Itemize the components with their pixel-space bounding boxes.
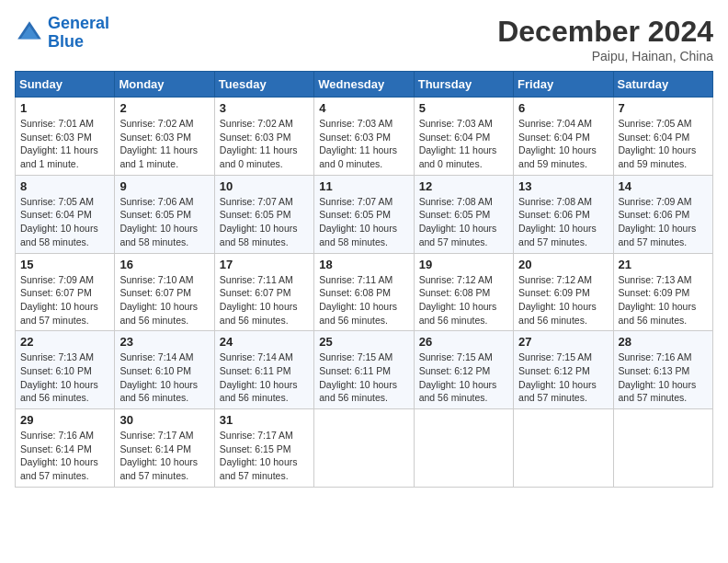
day-info: Sunrise: 7:07 AM Sunset: 6:05 PM Dayligh… [319, 195, 408, 249]
day-number: 16 [119, 258, 209, 271]
day-info: Sunrise: 7:12 AM Sunset: 6:08 PM Dayligh… [419, 273, 508, 327]
day-info: Sunrise: 7:10 AM Sunset: 6:07 PM Dayligh… [119, 273, 209, 327]
calendar-cell-day-25: 25 Sunrise: 7:15 AM Sunset: 6:11 PM Dayl… [314, 331, 414, 409]
calendar-cell-day-28: 28 Sunrise: 7:16 AM Sunset: 6:13 PM Dayl… [613, 331, 712, 409]
calendar-cell-day-31: 31 Sunrise: 7:17 AM Sunset: 6:15 PM Dayl… [214, 409, 313, 488]
day-info: Sunrise: 7:16 AM Sunset: 6:13 PM Dayligh… [619, 350, 708, 405]
day-info: Sunrise: 7:15 AM Sunset: 6:11 PM Dayligh… [319, 350, 408, 405]
day-number: 3 [220, 101, 309, 115]
day-number: 28 [619, 335, 708, 349]
day-info: Sunrise: 7:02 AM Sunset: 6:03 PM Dayligh… [119, 117, 209, 171]
calendar-cell-empty [414, 409, 513, 488]
day-info: Sunrise: 7:08 AM Sunset: 6:06 PM Dayligh… [518, 195, 608, 249]
location: Paipu, Hainan, China [497, 49, 713, 63]
day-number: 9 [119, 179, 209, 193]
day-info: Sunrise: 7:12 AM Sunset: 6:09 PM Dayligh… [518, 273, 608, 327]
calendar-cell-day-20: 20 Sunrise: 7:12 AM Sunset: 6:09 PM Dayl… [514, 253, 613, 331]
calendar-header-row: Sunday Monday Tuesday Wednesday Thursday… [16, 72, 713, 98]
calendar-cell-day-9: 9 Sunrise: 7:06 AM Sunset: 6:05 PM Dayli… [115, 175, 214, 253]
day-number: 4 [319, 101, 408, 115]
calendar-cell-day-8: 8 Sunrise: 7:05 AM Sunset: 6:04 PM Dayli… [16, 175, 115, 253]
day-info: Sunrise: 7:14 AM Sunset: 6:11 PM Dayligh… [220, 350, 309, 405]
calendar-table: Sunday Monday Tuesday Wednesday Thursday… [15, 71, 713, 488]
calendar-cell-empty [314, 409, 414, 488]
day-info: Sunrise: 7:13 AM Sunset: 6:09 PM Dayligh… [619, 273, 708, 327]
day-number: 22 [20, 335, 109, 349]
calendar-row-2: 8 Sunrise: 7:05 AM Sunset: 6:04 PM Dayli… [16, 175, 713, 253]
day-info: Sunrise: 7:11 AM Sunset: 6:07 PM Dayligh… [220, 273, 309, 327]
day-info: Sunrise: 7:06 AM Sunset: 6:05 PM Dayligh… [119, 195, 209, 249]
calendar-cell-day-11: 11 Sunrise: 7:07 AM Sunset: 6:05 PM Dayl… [314, 175, 414, 253]
calendar-cell-day-26: 26 Sunrise: 7:15 AM Sunset: 6:12 PM Dayl… [414, 331, 513, 409]
title-block: December 2024 Paipu, Hainan, China [497, 15, 713, 63]
calendar-row-3: 15 Sunrise: 7:09 AM Sunset: 6:07 PM Dayl… [16, 253, 713, 331]
day-info: Sunrise: 7:09 AM Sunset: 6:06 PM Dayligh… [619, 195, 708, 249]
day-number: 31 [220, 413, 309, 427]
day-number: 7 [619, 101, 708, 115]
calendar-cell-day-5: 5 Sunrise: 7:03 AM Sunset: 6:04 PM Dayli… [414, 98, 513, 176]
day-number: 17 [220, 258, 309, 271]
calendar-cell-day-3: 3 Sunrise: 7:02 AM Sunset: 6:03 PM Dayli… [214, 98, 313, 176]
day-number: 30 [119, 413, 209, 427]
day-number: 15 [20, 258, 109, 271]
calendar-cell-day-10: 10 Sunrise: 7:07 AM Sunset: 6:05 PM Dayl… [214, 175, 313, 253]
calendar-row-5: 29 Sunrise: 7:16 AM Sunset: 6:14 PM Dayl… [16, 409, 713, 488]
day-info: Sunrise: 7:08 AM Sunset: 6:05 PM Dayligh… [419, 195, 508, 249]
day-number: 13 [518, 179, 608, 193]
logo-line1: General [48, 14, 109, 32]
day-number: 23 [119, 335, 209, 349]
calendar-cell-day-1: 1 Sunrise: 7:01 AM Sunset: 6:03 PM Dayli… [16, 98, 115, 176]
day-number: 8 [20, 179, 109, 193]
day-info: Sunrise: 7:05 AM Sunset: 6:04 PM Dayligh… [20, 195, 109, 249]
calendar-cell-day-30: 30 Sunrise: 7:17 AM Sunset: 6:14 PM Dayl… [115, 409, 214, 488]
day-info: Sunrise: 7:04 AM Sunset: 6:04 PM Dayligh… [518, 117, 608, 171]
day-number: 10 [220, 179, 309, 193]
calendar-cell-day-4: 4 Sunrise: 7:03 AM Sunset: 6:03 PM Dayli… [314, 98, 414, 176]
day-info: Sunrise: 7:13 AM Sunset: 6:10 PM Dayligh… [20, 350, 109, 405]
calendar-cell-day-18: 18 Sunrise: 7:11 AM Sunset: 6:08 PM Dayl… [314, 253, 414, 331]
day-number: 6 [518, 101, 608, 115]
calendar-cell-day-24: 24 Sunrise: 7:14 AM Sunset: 6:11 PM Dayl… [214, 331, 313, 409]
calendar-cell-day-29: 29 Sunrise: 7:16 AM Sunset: 6:14 PM Dayl… [16, 409, 115, 488]
day-number: 20 [518, 258, 608, 271]
calendar-row-1: 1 Sunrise: 7:01 AM Sunset: 6:03 PM Dayli… [16, 98, 713, 176]
calendar-cell-day-14: 14 Sunrise: 7:09 AM Sunset: 6:06 PM Dayl… [613, 175, 712, 253]
calendar-cell-day-16: 16 Sunrise: 7:10 AM Sunset: 6:07 PM Dayl… [115, 253, 214, 331]
calendar-cell-day-15: 15 Sunrise: 7:09 AM Sunset: 6:07 PM Dayl… [16, 253, 115, 331]
day-info: Sunrise: 7:05 AM Sunset: 6:04 PM Dayligh… [619, 117, 708, 171]
day-info: Sunrise: 7:07 AM Sunset: 6:05 PM Dayligh… [220, 195, 309, 249]
calendar-cell-day-27: 27 Sunrise: 7:15 AM Sunset: 6:12 PM Dayl… [514, 331, 613, 409]
day-info: Sunrise: 7:01 AM Sunset: 6:03 PM Dayligh… [20, 117, 109, 171]
day-info: Sunrise: 7:09 AM Sunset: 6:07 PM Dayligh… [20, 273, 109, 327]
day-number: 11 [319, 179, 408, 193]
col-friday: Friday [514, 72, 613, 98]
day-number: 21 [619, 258, 708, 271]
col-tuesday: Tuesday [214, 72, 313, 98]
day-number: 27 [518, 335, 608, 349]
day-info: Sunrise: 7:11 AM Sunset: 6:08 PM Dayligh… [319, 273, 408, 327]
col-wednesday: Wednesday [314, 72, 414, 98]
day-info: Sunrise: 7:15 AM Sunset: 6:12 PM Dayligh… [518, 350, 608, 405]
calendar-cell-empty [514, 409, 613, 488]
col-thursday: Thursday [414, 72, 513, 98]
page-header: General Blue December 2024 Paipu, Hainan… [15, 15, 713, 63]
day-number: 19 [419, 258, 508, 271]
calendar-cell-day-12: 12 Sunrise: 7:08 AM Sunset: 6:05 PM Dayl… [414, 175, 513, 253]
day-info: Sunrise: 7:14 AM Sunset: 6:10 PM Dayligh… [119, 350, 209, 405]
calendar-cell-day-7: 7 Sunrise: 7:05 AM Sunset: 6:04 PM Dayli… [613, 98, 712, 176]
day-number: 1 [20, 101, 109, 115]
day-number: 26 [419, 335, 508, 349]
calendar-cell-day-23: 23 Sunrise: 7:14 AM Sunset: 6:10 PM Dayl… [115, 331, 214, 409]
day-number: 29 [20, 413, 109, 427]
day-info: Sunrise: 7:02 AM Sunset: 6:03 PM Dayligh… [220, 117, 309, 171]
day-info: Sunrise: 7:17 AM Sunset: 6:14 PM Dayligh… [119, 429, 209, 483]
logo-icon [15, 18, 44, 48]
day-number: 24 [220, 335, 309, 349]
calendar-cell-empty [613, 409, 712, 488]
day-info: Sunrise: 7:16 AM Sunset: 6:14 PM Dayligh… [20, 429, 109, 483]
day-number: 25 [319, 335, 408, 349]
col-monday: Monday [115, 72, 214, 98]
day-number: 2 [119, 101, 209, 115]
calendar-row-4: 22 Sunrise: 7:13 AM Sunset: 6:10 PM Dayl… [16, 331, 713, 409]
calendar-cell-day-2: 2 Sunrise: 7:02 AM Sunset: 6:03 PM Dayli… [115, 98, 214, 176]
